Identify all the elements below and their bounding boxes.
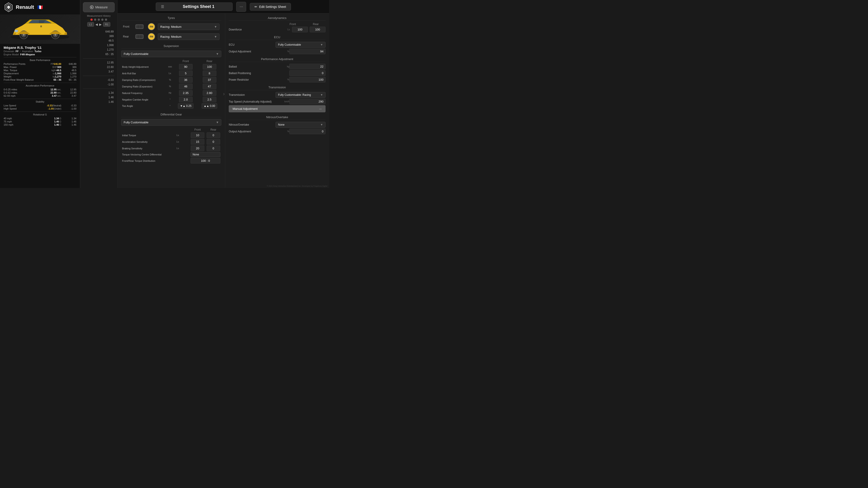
base-perf-title: Base Performance xyxy=(4,59,76,61)
neg-camber-front[interactable]: 2.0 xyxy=(179,97,193,102)
susp-row-neg-camber: Negative Camber Angle ° 2.0 2.5 xyxy=(121,96,221,103)
trans-row: Transmission Fully Customisable: Racing … xyxy=(229,92,326,98)
diff-dropdown[interactable]: Fully Customisable ▼ xyxy=(121,119,221,126)
differential-section: Differential Gear Fully Customisable ▼ F… xyxy=(121,113,221,164)
stat-r40: 40 mph 1.34 G 1.34 xyxy=(4,117,76,120)
next-arrow[interactable]: ▶ xyxy=(99,23,102,26)
manual-adj-button[interactable]: Manual Adjustment ··· xyxy=(229,105,326,112)
init-torque-rear[interactable]: 0 xyxy=(207,132,220,138)
measure-weight: 1,270 xyxy=(83,48,115,52)
r1-button[interactable]: R1 xyxy=(103,22,110,27)
aero-front-rear-header: Front Rear xyxy=(229,23,326,26)
left-panel: Renault 🇫🇷 xyxy=(0,0,80,188)
car-details: Mégane R.S. Trophy '11 Drivetrain FF / A… xyxy=(0,44,80,188)
susp-row-toe: Toe Angle ° ▼▲ 0.25 ▲▲ 0.00 xyxy=(121,103,221,109)
ballast-pos-value[interactable]: 0 xyxy=(289,70,326,76)
stat-sprint: 62-93 mph 3.47 sec. 3.47 xyxy=(4,94,76,97)
downforce-rear[interactable]: 100 xyxy=(310,27,326,32)
edit-button[interactable]: ✏ Edit Settings Sheet xyxy=(250,3,291,11)
measure-button[interactable]: Measure xyxy=(83,2,115,12)
damping-comp-front[interactable]: 36 xyxy=(179,77,193,83)
tyre-rear-select[interactable]: Racing: Medium ▼ xyxy=(158,33,219,40)
renault-logo xyxy=(4,2,13,12)
susp-row-damping-exp: Damping Ratio (Expansion) % 46 47 xyxy=(121,83,221,90)
stat-062: 0-0.62 miles 22.80 sec. 22.80 xyxy=(4,91,76,94)
susp-row-anti-roll: Anti-Roll Bar Lv. 5 8 xyxy=(121,70,221,76)
svg-point-6 xyxy=(23,34,25,36)
measure-sprint: 3.47 xyxy=(83,70,115,73)
front-rear-dist-value[interactable]: 100 : 0 xyxy=(191,158,220,164)
toe-rear[interactable]: ▲▲ 0.00 xyxy=(202,103,217,109)
car-info-engine: Engine Model F4R-Megane xyxy=(4,53,76,56)
options-button[interactable]: ··· xyxy=(236,2,246,12)
nitrous-output-value[interactable]: 0 xyxy=(289,129,326,134)
braking-sens-front[interactable]: 20 xyxy=(191,145,204,151)
tyre-front-gauge xyxy=(134,23,145,31)
tyre-front-select[interactable]: Racing: Medium ▼ xyxy=(158,24,219,30)
torque-vec-dropdown[interactable]: None xyxy=(191,152,220,157)
perf-adj-title: Performance Adjustment xyxy=(229,57,326,62)
stat-025: 0-0.25 miles 12.95 sec. 12.95 xyxy=(4,88,76,91)
nitrous-dropdown[interactable]: None ▼ xyxy=(276,122,326,128)
sheet-menu-button[interactable]: ☰ xyxy=(160,4,165,9)
output-adj-value[interactable]: 94 xyxy=(289,48,326,54)
measure-balance: 65 : 35 xyxy=(83,53,115,56)
tyre-front-dropdown-arrow: ▼ xyxy=(214,25,217,29)
aerodynamics-section: Aerodynamics Front Rear Downforce Lv. 10… xyxy=(229,16,326,32)
dot-1 xyxy=(90,19,93,21)
tyres-grid: Front RM Racing: Med xyxy=(121,23,221,41)
stat-pp: Performance Points PP 646.89 646.89 xyxy=(4,62,76,66)
damping-exp-front[interactable]: 46 xyxy=(179,84,193,89)
sheet-selector[interactable]: ☰ Settings Sheet 1 xyxy=(156,2,232,11)
footer-text: © 2021 Sony Interactive Entertainment In… xyxy=(267,185,327,187)
tyre-front-row: Front RM Racing: Med xyxy=(123,23,219,31)
susp-header-rear: Rear xyxy=(197,59,221,64)
suspension-dropdown[interactable]: Fully Customisable ▼ xyxy=(121,51,221,57)
downforce-front[interactable]: 100 xyxy=(292,27,308,32)
suspension-section: Suspension Fully Customisable ▼ Front Re… xyxy=(121,44,221,109)
aero-rear-label: Rear xyxy=(308,23,324,26)
accel-sens-rear[interactable]: 0 xyxy=(207,139,220,144)
nat-freq-front[interactable]: 2.35 xyxy=(179,90,193,96)
init-torque-front[interactable]: 10 xyxy=(191,132,204,138)
dot-3 xyxy=(98,19,100,21)
rotational-title: Rotational G xyxy=(4,113,76,116)
measure-q062: 22.80 xyxy=(83,65,115,69)
power-rest-value[interactable]: 100 xyxy=(289,77,326,83)
diff-row-accel: Acceleration Sensitivity Lv. 15 0 xyxy=(121,138,221,145)
downforce-values: 100 100 xyxy=(292,27,326,32)
svg-text:R: R xyxy=(40,25,42,28)
measure-panel: Measure Measurement History L1 ◀ ▶ R1 64… xyxy=(80,0,118,188)
body-height-front[interactable]: 90 xyxy=(179,64,193,70)
damping-exp-rear[interactable]: 47 xyxy=(203,84,216,89)
prev-arrow[interactable]: ◀ xyxy=(95,23,98,26)
accel-sens-front[interactable]: 15 xyxy=(191,139,204,144)
dot-4 xyxy=(101,19,103,21)
diff-row-front-rear-dist: Front/Rear Torque Distribution 100 : 0 xyxy=(121,158,221,164)
diff-title: Differential Gear xyxy=(121,113,221,117)
toe-front[interactable]: ▼▲ 0.25 xyxy=(178,103,193,109)
edit-icon: ✏ xyxy=(254,5,257,8)
top-bar: ☰ Settings Sheet 1 ··· ✏ Edit Settings S… xyxy=(118,0,329,13)
nat-freq-rear[interactable]: 2.80 xyxy=(203,90,216,96)
neg-camber-rear[interactable]: 2.5 xyxy=(203,97,216,102)
transmission-section: Transmission Transmission Fully Customis… xyxy=(229,86,326,112)
anti-roll-front[interactable]: 5 xyxy=(179,70,193,76)
trans-dropdown[interactable]: Fully Customisable: Racing ▼ xyxy=(276,92,326,98)
nitrous-output-row: Output Adjustment % 0 xyxy=(229,129,326,134)
measure-hispd: -1.00 xyxy=(83,83,115,86)
top-speed-value[interactable]: 290 xyxy=(289,99,326,104)
stat-power: Max. Power BHP 389 389 xyxy=(4,66,76,69)
l1-button[interactable]: L1 xyxy=(87,22,94,27)
ecu-dropdown[interactable]: Fully Customisable ▼ xyxy=(276,42,326,48)
braking-sens-rear[interactable]: 0 xyxy=(207,145,220,151)
measure-r40: 1.34 xyxy=(83,91,115,95)
suspension-table: Front Rear Body Height Adjustment mm 90 … xyxy=(121,59,221,109)
measure-torque: 48.5 xyxy=(83,39,115,42)
anti-roll-rear[interactable]: 8 xyxy=(203,70,216,76)
diff-row-init: Initial Torque Lv. 10 0 xyxy=(121,132,221,138)
body-height-rear[interactable]: 100 xyxy=(203,64,216,70)
car-header: Renault 🇫🇷 xyxy=(0,0,80,14)
damping-comp-rear[interactable]: 37 xyxy=(203,77,216,83)
ballast-value[interactable]: 22 xyxy=(289,64,326,69)
